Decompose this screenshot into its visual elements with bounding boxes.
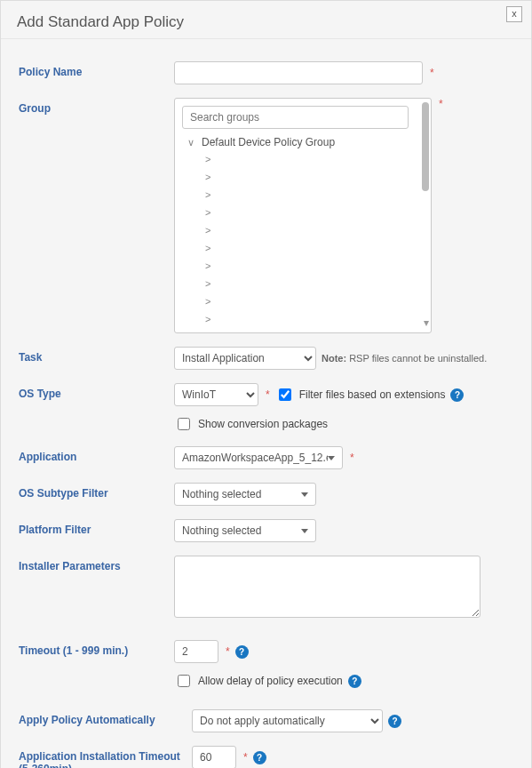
chevron-right-icon: > (205, 243, 214, 253)
row-app-install-timeout: Application Installation Timeout (5-360m… (19, 746, 513, 768)
os-subtype-select[interactable]: Nothing selected (174, 483, 316, 506)
label-application: Application (19, 446, 174, 463)
close-button[interactable]: x (506, 6, 522, 22)
label-os-subtype: OS Subtype Filter (19, 483, 174, 500)
installer-params-textarea[interactable] (174, 556, 480, 618)
chevron-right-icon: > (205, 225, 214, 236)
group-root-label: Default Device Policy Group (202, 136, 335, 148)
group-child-item[interactable]: > (205, 150, 424, 168)
show-conversion-checkbox[interactable] (178, 418, 190, 430)
allow-delay-label: Allow delay of policy execution (198, 675, 343, 687)
group-child-item[interactable]: > (205, 204, 424, 221)
chevron-right-icon: > (205, 207, 214, 218)
chevron-right-icon: > (205, 154, 214, 164)
label-app-install-timeout: Application Installation Timeout (5-360m… (19, 746, 192, 768)
group-tree: ∨ Default Device Policy Group >>>>>>>>>> (182, 134, 424, 328)
scrollbar-thumb[interactable] (422, 102, 429, 191)
allow-delay-checkbox-wrap[interactable]: Allow delay of policy execution (174, 672, 343, 690)
required-mark: * (350, 452, 354, 464)
allow-delay-checkbox[interactable] (178, 675, 190, 687)
show-conversion-checkbox-wrap[interactable]: Show conversion packages (174, 415, 328, 433)
label-os-type: OS Type (19, 383, 174, 400)
caret-down-icon (328, 456, 335, 460)
group-child-item[interactable]: > (205, 275, 424, 292)
help-icon[interactable]: ? (253, 751, 266, 764)
task-select[interactable]: Install Application (174, 347, 316, 370)
chevron-right-icon: > (205, 296, 214, 307)
group-child-item[interactable]: > (205, 292, 424, 310)
group-child-item[interactable]: > (205, 310, 424, 328)
row-allow-delay: Allow delay of policy execution ? (19, 672, 513, 690)
filter-files-checkbox[interactable] (279, 388, 291, 401)
help-icon[interactable]: ? (235, 645, 249, 659)
chevron-right-icon: > (205, 314, 214, 324)
group-child-item[interactable]: > (205, 186, 424, 204)
chevron-right-icon: > (205, 260, 214, 271)
help-icon[interactable]: ? (348, 675, 361, 688)
os-subtype-selected-text: Nothing selected (182, 488, 261, 500)
row-policy-name: Policy Name * (19, 61, 513, 84)
chevron-right-icon: > (205, 189, 214, 200)
application-select[interactable]: AmazonWorkspaceApp_5_12.exe (174, 446, 343, 469)
required-mark: * (430, 67, 434, 79)
group-child-item[interactable]: > (205, 221, 424, 239)
show-conversion-label: Show conversion packages (198, 418, 328, 430)
required-mark: * (266, 388, 270, 401)
platform-filter-select[interactable]: Nothing selected (174, 519, 316, 542)
timeout-input[interactable] (174, 640, 218, 663)
required-mark: * (439, 98, 443, 110)
label-timeout: Timeout (1 - 999 min.) (19, 640, 174, 657)
row-os-type: OS Type WinIoT * Filter files based on e… (19, 383, 513, 406)
policy-name-input[interactable] (174, 61, 423, 84)
row-apply-policy: Apply Policy Automatically Do not apply … (19, 709, 513, 732)
group-child-item[interactable]: > (205, 239, 424, 257)
task-note: Note: RSP files cannot be uninstalled. (322, 353, 487, 364)
help-icon[interactable]: ? (388, 715, 401, 728)
row-show-conversion: Show conversion packages (19, 415, 513, 433)
row-os-subtype: OS Subtype Filter Nothing selected (19, 483, 513, 506)
required-mark: * (243, 751, 248, 764)
label-platform-filter: Platform Filter (19, 519, 174, 536)
label-task: Task (19, 347, 174, 364)
group-search-input[interactable] (182, 106, 409, 129)
help-icon[interactable]: ? (450, 388, 464, 402)
filter-files-checkbox-wrap[interactable]: Filter files based on extensions (275, 386, 446, 404)
group-picker: ∨ Default Device Policy Group >>>>>>>>>>… (174, 98, 432, 333)
group-root[interactable]: ∨ Default Device Policy Group (187, 134, 424, 150)
dialog-title: Add Standard App Policy (1, 1, 531, 39)
chevron-right-icon: > (205, 172, 214, 182)
group-children: >>>>>>>>>> (187, 150, 424, 328)
required-mark: * (226, 645, 230, 658)
caret-down-icon (301, 492, 308, 497)
label-policy-name: Policy Name (19, 61, 174, 78)
chevron-down-icon: ∨ (187, 137, 196, 148)
filter-files-label: Filter files based on extensions (299, 388, 446, 401)
row-group: Group ∨ Default Device Policy Group >>>>… (19, 98, 513, 333)
row-application: Application AmazonWorkspaceApp_5_12.exe … (19, 446, 513, 469)
caret-down-icon (301, 529, 308, 533)
add-standard-app-policy-dialog: x Add Standard App Policy Policy Name * … (0, 0, 532, 768)
label-apply-policy: Apply Policy Automatically (19, 709, 192, 726)
chevron-right-icon: > (205, 278, 214, 289)
group-child-item[interactable]: > (205, 257, 424, 275)
label-installer-params: Installer Parameters (19, 556, 174, 572)
application-selected-text: AmazonWorkspaceApp_5_12.exe (182, 452, 328, 464)
scrollbar-track[interactable] (422, 102, 429, 330)
row-installer-params: Installer Parameters (19, 556, 513, 618)
group-child-item[interactable]: > (205, 168, 424, 186)
row-timeout: Timeout (1 - 999 min.) * ? (19, 640, 513, 663)
os-type-select[interactable]: WinIoT (174, 383, 258, 406)
row-platform-filter: Platform Filter Nothing selected (19, 519, 513, 542)
platform-selected-text: Nothing selected (182, 524, 261, 537)
app-install-timeout-input[interactable] (192, 746, 236, 768)
scroll-down-icon[interactable]: ▾ (424, 316, 429, 329)
label-group: Group (19, 98, 174, 115)
row-task: Task Install Application Note: RSP files… (19, 347, 513, 370)
apply-policy-select[interactable]: Do not apply automatically (192, 709, 383, 732)
form-area: Policy Name * Group ∨ Default Device Pol… (1, 39, 531, 768)
